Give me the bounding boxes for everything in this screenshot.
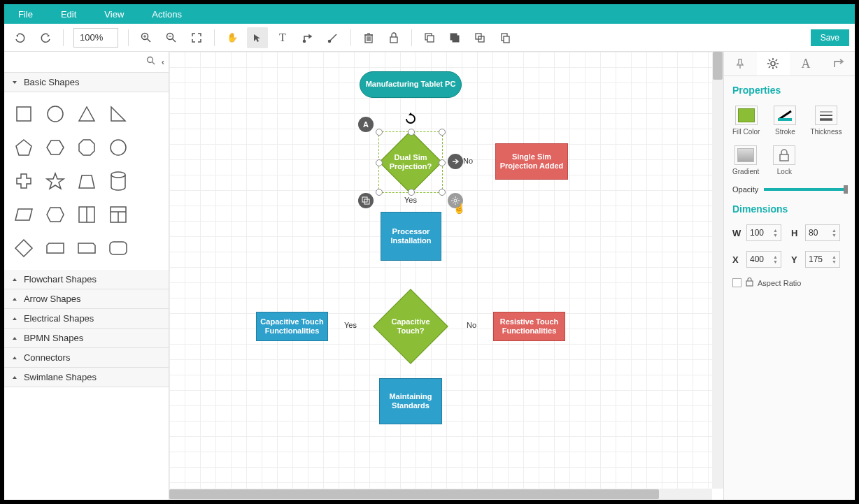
text-tool-button[interactable]: T bbox=[272, 27, 293, 48]
node-dualsim[interactable]: Dual Sim Projection? bbox=[379, 131, 443, 194]
resize-handle-e[interactable] bbox=[439, 159, 446, 166]
node-maintain[interactable]: Maintaining Standards bbox=[379, 378, 442, 424]
stroke-swatch[interactable] bbox=[774, 106, 796, 125]
resize-handle-ne[interactable] bbox=[439, 129, 446, 136]
resize-handle-w[interactable] bbox=[376, 159, 383, 166]
search-icon[interactable] bbox=[146, 56, 156, 68]
x-input[interactable]: 400▲▼ bbox=[746, 251, 781, 268]
node-start[interactable]: Manufacturing Tablet PC bbox=[360, 71, 462, 98]
orthogonal-connector-button[interactable] bbox=[297, 27, 318, 48]
shape-hexagon2[interactable] bbox=[43, 203, 67, 226]
lock-button[interactable] bbox=[383, 27, 404, 48]
palette-section-arrow[interactable]: ▲Arrow Shapes bbox=[4, 289, 169, 309]
fill-color-swatch[interactable] bbox=[735, 106, 758, 125]
save-button[interactable]: Save bbox=[811, 29, 849, 46]
rotate-handle[interactable] bbox=[404, 112, 418, 126]
fit-button[interactable] bbox=[186, 27, 207, 48]
shape-decagon[interactable] bbox=[106, 136, 130, 159]
y-input[interactable]: 175▲▼ bbox=[805, 251, 840, 268]
slider-knob[interactable] bbox=[844, 185, 848, 194]
stroke-property[interactable]: Stroke bbox=[774, 106, 796, 136]
slider-track[interactable] bbox=[764, 188, 846, 191]
palette-section-connectors[interactable]: ▲Connectors bbox=[4, 348, 169, 368]
shape-table-2col[interactable] bbox=[74, 203, 99, 226]
palette-section-flowchart[interactable]: ▲Flowchart Shapes bbox=[4, 270, 169, 289]
menu-edit[interactable]: Edit bbox=[61, 9, 76, 20]
shape-cross[interactable] bbox=[11, 169, 36, 193]
shape-hexagon[interactable] bbox=[43, 136, 67, 159]
resize-handle-sw[interactable] bbox=[376, 189, 383, 196]
shape-diamond[interactable] bbox=[11, 236, 36, 260]
tab-arrange[interactable] bbox=[822, 52, 855, 75]
node-action-annotate[interactable]: A bbox=[358, 117, 374, 132]
palette-section-swimlane[interactable]: ▲Swimlane Shapes bbox=[4, 368, 169, 387]
spinner-icon[interactable]: ▲▼ bbox=[832, 228, 837, 238]
vertical-scrollbar[interactable] bbox=[712, 52, 723, 489]
aspect-checkbox[interactable] bbox=[732, 278, 741, 287]
resize-handle-se[interactable] bbox=[439, 189, 446, 196]
shape-trapezoid[interactable] bbox=[74, 169, 99, 193]
width-input[interactable]: 100▲▼ bbox=[746, 224, 781, 241]
straight-connector-button[interactable] bbox=[322, 27, 343, 48]
shape-octagon[interactable] bbox=[74, 136, 99, 159]
zoom-out-button[interactable] bbox=[161, 27, 182, 48]
zoom-in-button[interactable] bbox=[136, 27, 157, 48]
paste-button[interactable] bbox=[495, 27, 516, 48]
node-capfunc[interactable]: Capacitive Touch Functionalities bbox=[256, 312, 328, 341]
thickness-property[interactable]: Thickness bbox=[810, 106, 842, 136]
node-action-settings[interactable] bbox=[448, 193, 463, 208]
resize-handle-s[interactable] bbox=[408, 189, 415, 196]
select-button[interactable] bbox=[247, 27, 268, 48]
shape-circle[interactable] bbox=[43, 102, 67, 126]
undo-button[interactable] bbox=[10, 27, 31, 48]
shape-cylinder[interactable] bbox=[106, 169, 130, 193]
lock-swatch[interactable] bbox=[773, 145, 795, 165]
opacity-slider[interactable]: Opacity bbox=[732, 185, 846, 194]
shape-triangle[interactable] bbox=[74, 102, 99, 126]
node-resfunc[interactable]: Resistive Touch Functionalities bbox=[493, 312, 565, 341]
height-input[interactable]: 80▲▼ bbox=[805, 224, 840, 241]
tab-pin[interactable] bbox=[724, 52, 757, 75]
pan-button[interactable]: ✋ bbox=[222, 27, 243, 48]
delete-button[interactable] bbox=[358, 27, 379, 48]
palette-section-bpmn[interactable]: ▲BPMN Shapes bbox=[4, 329, 169, 348]
thickness-swatch[interactable] bbox=[815, 106, 837, 125]
group-button[interactable] bbox=[419, 27, 440, 48]
redo-button[interactable] bbox=[35, 27, 56, 48]
spinner-icon[interactable]: ▲▼ bbox=[773, 254, 778, 264]
spinner-icon[interactable]: ▲▼ bbox=[832, 254, 837, 264]
ungroup-button[interactable] bbox=[444, 27, 465, 48]
gradient-swatch[interactable] bbox=[734, 145, 757, 165]
shape-parallelogram[interactable] bbox=[11, 203, 36, 226]
menu-actions[interactable]: Actions bbox=[152, 9, 182, 20]
shape-rect[interactable] bbox=[11, 102, 36, 126]
lock-property[interactable]: Lock bbox=[773, 145, 795, 175]
resize-handle-nw[interactable] bbox=[376, 129, 383, 136]
scroll-thumb[interactable] bbox=[713, 52, 723, 80]
shape-card2[interactable] bbox=[74, 236, 99, 260]
aspect-ratio-row[interactable]: Aspect Ratio bbox=[732, 278, 846, 288]
menu-view[interactable]: View bbox=[104, 9, 124, 20]
collapse-palette-icon[interactable]: ‹ bbox=[162, 57, 164, 67]
tab-style[interactable] bbox=[757, 52, 790, 75]
node-singlesim[interactable]: Single Sim Projection Added bbox=[495, 143, 568, 180]
horizontal-scrollbar[interactable] bbox=[169, 489, 712, 500]
spinner-icon[interactable]: ▲▼ bbox=[773, 228, 778, 238]
palette-section-basic[interactable]: ▼ Basic Shapes bbox=[4, 73, 169, 92]
node-captouch[interactable]: Capacitive Touch? bbox=[373, 289, 448, 363]
palette-section-electrical[interactable]: ▲Electrical Shapes bbox=[4, 309, 169, 329]
shape-card1[interactable] bbox=[43, 236, 67, 260]
gradient-property[interactable]: Gradient bbox=[732, 145, 759, 175]
menu-file[interactable]: File bbox=[18, 9, 33, 20]
shape-rounded-rect[interactable] bbox=[106, 236, 130, 260]
shape-pentagon[interactable] bbox=[11, 136, 36, 159]
diagram-canvas[interactable]: No Yes Yes No Manufacturing Tablet PC Du… bbox=[169, 52, 712, 489]
node-processor[interactable]: Processor Installation bbox=[381, 212, 441, 261]
shape-table-header[interactable] bbox=[106, 203, 130, 226]
fill-color-property[interactable]: Fill Color bbox=[732, 106, 760, 136]
copy-button[interactable] bbox=[469, 27, 490, 48]
shape-right-triangle[interactable] bbox=[106, 102, 130, 126]
node-action-connect[interactable] bbox=[448, 154, 463, 169]
tab-text[interactable]: A bbox=[790, 52, 823, 75]
scroll-thumb[interactable] bbox=[169, 489, 659, 499]
